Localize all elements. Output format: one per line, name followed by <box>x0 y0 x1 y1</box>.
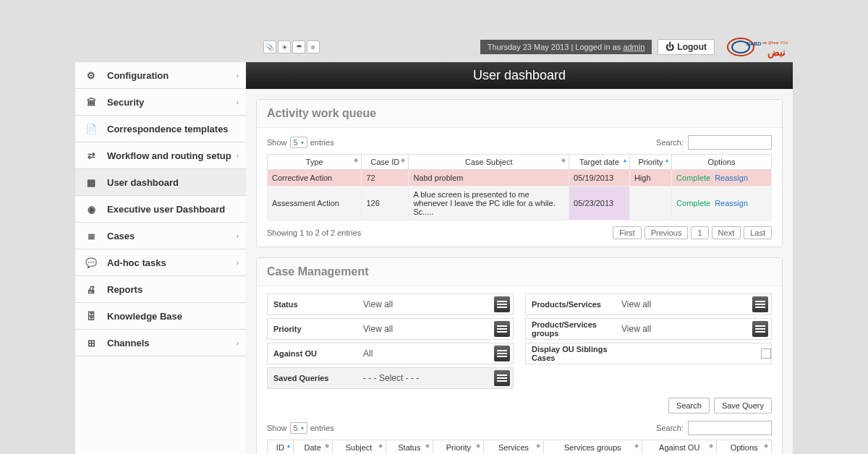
filter-value[interactable]: View all <box>359 324 494 334</box>
list-icon[interactable] <box>752 296 768 312</box>
col-id[interactable]: ID▴ <box>268 440 294 455</box>
pager-next[interactable]: Next <box>712 226 741 239</box>
logout-button[interactable]: ⏻ Logout <box>658 39 715 55</box>
svg-text:we @hear YOU: we @hear YOU <box>762 40 788 45</box>
filter-row-display-ou-siblings-cases: Display OU Siblings Cases <box>525 343 772 364</box>
logout-label: Logout <box>677 42 707 52</box>
filter-row-product-services-groups: Product/Services groupsView all <box>525 318 772 340</box>
show-select[interactable]: 5▾ <box>290 422 307 434</box>
col-priority[interactable]: Priority◆ <box>433 440 484 455</box>
checkbox[interactable] <box>761 348 771 359</box>
power-icon: ⏻ <box>665 42 674 52</box>
sidebar-icon: ≣ <box>82 228 100 243</box>
save-query-button[interactable]: Save Query <box>714 398 772 414</box>
col-case-subject[interactable]: Case Subject◆ <box>409 155 569 170</box>
col-options[interactable]: Options◆ <box>717 440 772 455</box>
sidebar-icon: 🏛 <box>82 95 100 109</box>
sidebar-icon: 💬 <box>82 255 100 270</box>
filter-row-against-ou: Against OUAll <box>267 343 514 364</box>
pager-page[interactable]: 1 <box>691 226 708 239</box>
queue-title: Activity work queue <box>257 100 782 128</box>
sidebar-icon: ⇄ <box>82 148 100 163</box>
show-label: Show <box>267 424 287 432</box>
sidebar-item-correspondence-templates[interactable]: 📄Correspondence templates <box>75 116 246 142</box>
filter-row-priority: PriorityView all <box>267 318 514 340</box>
pager-first[interactable]: First <box>613 226 641 239</box>
dropdown-arrow-icon: ▾ <box>301 140 304 146</box>
sidebar-item-channels[interactable]: ⊞Channels› <box>75 330 246 356</box>
status-bar: Thursday 23 May 2013 | Logged in as admi… <box>480 40 652 54</box>
chevron-right-icon: › <box>237 259 239 267</box>
filter-label: Product/Services groups <box>526 320 617 338</box>
list-icon[interactable] <box>494 346 510 361</box>
sidebar: ⚙Configuration›🏛Security›📄Correspondence… <box>75 62 246 454</box>
sidebar-item-workflow-and-routing-setup[interactable]: ⇄Workflow and routing setup› <box>75 142 246 169</box>
col-status[interactable]: Status◆ <box>386 440 433 455</box>
svg-text:نبض: نبض <box>767 46 786 59</box>
reassign-link[interactable]: Reassign <box>715 199 748 207</box>
list-icon[interactable] <box>494 296 510 312</box>
col-services[interactable]: Services◆ <box>484 440 543 455</box>
filter-value[interactable]: All <box>359 348 494 359</box>
sidebar-item-label: Workflow and routing setup <box>107 150 231 161</box>
list-icon[interactable] <box>494 321 510 337</box>
filter-value[interactable]: - - - Select - - - <box>359 373 494 383</box>
svg-text:NABD: NABD <box>746 41 761 46</box>
queue-search-input[interactable] <box>688 135 772 150</box>
toolbar-attach-icon[interactable]: 📎 <box>263 40 276 53</box>
sidebar-item-reports[interactable]: 🖨Reports <box>75 276 246 303</box>
col-options[interactable]: Options <box>672 155 772 170</box>
filter-value[interactable]: View all <box>359 299 494 309</box>
filter-label: Priority <box>268 325 359 333</box>
list-icon[interactable] <box>752 321 768 337</box>
sidebar-icon: ▦ <box>82 175 100 189</box>
filter-label: Products/Services <box>526 300 617 309</box>
filter-value[interactable]: View all <box>617 324 752 334</box>
sidebar-item-ad-hoc-tasks[interactable]: 💬Ad-hoc tasks› <box>75 249 246 276</box>
case-management-panel: Case Management StatusView allPriorityVi… <box>256 257 783 454</box>
activity-queue-panel: Activity work queue Show 5▾ entries Sear… <box>256 99 783 247</box>
col-date[interactable]: Date◆ <box>293 440 332 455</box>
search-button[interactable]: Search <box>668 398 710 414</box>
col-services-groups[interactable]: Services groups◆ <box>543 440 642 455</box>
sidebar-icon: ⊞ <box>82 335 100 350</box>
sidebar-item-label: Configuration <box>107 70 169 81</box>
sidebar-item-label: Security <box>107 97 144 108</box>
sidebar-item-cases[interactable]: ≣Cases› <box>75 223 246 249</box>
sidebar-icon: 🖨 <box>82 282 100 296</box>
sidebar-item-label: Ad-hoc tasks <box>107 257 166 268</box>
toolbar-layout-icon[interactable]: ≡ <box>307 40 320 53</box>
pager-prev[interactable]: Previous <box>644 226 689 239</box>
table-info: Showing 1 to 2 of 2 entries <box>267 228 361 237</box>
col-priority[interactable]: Priority▴ <box>629 155 671 170</box>
sidebar-item-user-dashboard[interactable]: ▦User dashboard <box>75 169 246 196</box>
filter-value[interactable]: View all <box>617 299 752 309</box>
toolbar-umbrella-icon[interactable]: ☂ <box>292 40 305 53</box>
table-row: Assessment Action 126 A blue screen is p… <box>268 187 772 220</box>
sidebar-item-label: Correspondence templates <box>107 124 229 134</box>
chevron-right-icon: › <box>237 152 239 160</box>
col-case-id[interactable]: Case ID◆ <box>362 155 409 170</box>
status-user-link[interactable]: admin <box>623 43 644 51</box>
pager-last[interactable]: Last <box>744 226 772 239</box>
search-label: Search: <box>656 424 684 432</box>
col-subject[interactable]: Subject◆ <box>332 440 386 455</box>
col-against-ou[interactable]: Against OU◆ <box>642 440 717 455</box>
entries-label: entries <box>310 424 334 432</box>
col-target-date[interactable]: Target date▴ <box>569 155 630 170</box>
sidebar-item-security[interactable]: 🏛Security› <box>75 89 246 116</box>
sidebar-item-configuration[interactable]: ⚙Configuration› <box>75 62 246 89</box>
mgmt-search-input[interactable] <box>688 421 772 435</box>
chevron-right-icon: › <box>237 232 239 240</box>
col-type[interactable]: Type◆ <box>268 155 362 170</box>
complete-link[interactable]: Complete <box>676 199 710 207</box>
sidebar-icon: 📄 <box>82 121 100 136</box>
complete-link[interactable]: Complete <box>676 174 710 182</box>
filter-row-status: StatusView all <box>267 294 514 315</box>
sidebar-item-knowledge-base[interactable]: 🗄Knowledge Base <box>75 303 246 330</box>
sidebar-item-executive-user-dashboard[interactable]: ◉Executive user Dashboard <box>75 196 246 223</box>
reassign-link[interactable]: Reassign <box>715 174 748 182</box>
toolbar-sun-icon[interactable]: ☀ <box>278 40 291 53</box>
show-select[interactable]: 5▾ <box>290 137 307 148</box>
list-icon[interactable] <box>494 370 510 386</box>
